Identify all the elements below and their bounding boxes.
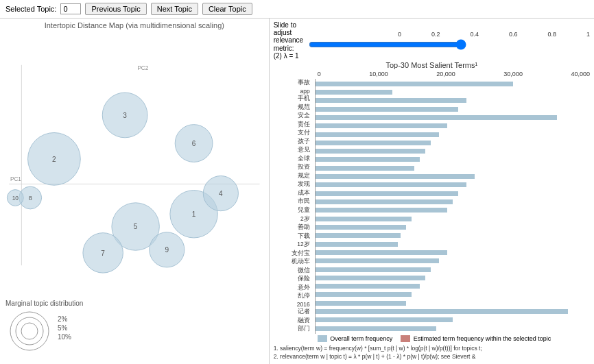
- marginal-svg: [5, 308, 54, 353]
- legend-label-2pct: 2%: [58, 315, 67, 323]
- bar-overall: [316, 267, 431, 272]
- chart-legend: Overall term frequency Estimated term fr…: [318, 335, 590, 343]
- term-label: 全球: [274, 155, 312, 163]
- term-label: 孩子: [274, 138, 312, 146]
- svg-point-5: [16, 317, 43, 345]
- bar-row: [316, 276, 590, 280]
- legend-topic: Estimated term frequency within the sele…: [401, 335, 551, 343]
- term-label: 手机: [274, 95, 312, 103]
- marginal-circles: [5, 308, 54, 353]
- term-label: 意外: [274, 284, 312, 292]
- bar-row: [316, 115, 590, 120]
- term-label: 下载: [274, 232, 312, 241]
- footnote-1: 1. saliency(term w) = frequency(w) * [su…: [274, 345, 590, 353]
- bar-row: [316, 217, 590, 221]
- term-label: 融资: [274, 317, 312, 325]
- term-label: 12岁: [274, 241, 312, 249]
- bar-overall: [316, 166, 414, 171]
- bar-row: [316, 141, 590, 145]
- bar-row: [316, 98, 590, 103]
- term-label: 意见: [274, 146, 312, 154]
- term-label: 微信: [274, 267, 312, 275]
- relevance-slider[interactable]: [309, 39, 466, 50]
- bar-row: [316, 250, 590, 255]
- bar-row: [316, 82, 590, 86]
- marginal-title: Marginal topic distribution: [5, 300, 266, 307]
- next-topic-button[interactable]: Next Topic: [151, 3, 198, 15]
- bar-overall: [316, 157, 420, 162]
- bar-row: [316, 309, 590, 314]
- bar-row: [316, 258, 590, 263]
- term-label: 部门: [274, 325, 312, 333]
- bar-row: [316, 326, 590, 331]
- legend-overall: Overall term frequency: [318, 335, 393, 343]
- bar-row: [316, 208, 590, 213]
- footnote-2: 2. relevance(term w | topic t) = λ * p(w…: [274, 353, 590, 361]
- bar-overall: [316, 208, 447, 213]
- bar-row: [316, 199, 590, 204]
- bar-overall: [316, 174, 475, 179]
- term-label: 投资: [274, 163, 312, 171]
- topic-label-7: 7: [101, 250, 105, 257]
- legend-row-2pct: 2%: [58, 315, 71, 323]
- mds-canvas: PC1 PC2 1 2 3 4 5: [3, 31, 266, 300]
- bar-overall: [316, 276, 425, 280]
- main-content: Intertopic Distance Map (via multidimens…: [0, 19, 594, 364]
- term-label: 支付宝: [274, 250, 312, 258]
- slider-label: Slide to adjust relevance: [274, 21, 303, 44]
- bar-overall: [316, 317, 453, 322]
- legend-label-5pct: 5%: [58, 324, 67, 332]
- topic-label-9: 9: [165, 246, 169, 254]
- term-label: 规范: [274, 104, 312, 112]
- bar-row: [316, 317, 590, 322]
- marginal-content: 2% 5% 10%: [3, 307, 266, 354]
- topic-label-5: 5: [134, 223, 138, 230]
- bar-row: [316, 233, 590, 238]
- bar-overall: [316, 141, 431, 145]
- chart-title: Top-30 Most Salient Terms¹: [274, 61, 590, 69]
- term-label: 2岁: [274, 215, 312, 223]
- topic-color-box: [401, 335, 410, 342]
- marginal-section: Marginal topic distribution 2% 5%: [3, 300, 266, 361]
- svg-text:PC2: PC2: [137, 65, 148, 71]
- bar-overall: [316, 132, 439, 137]
- bar-row: [316, 267, 590, 272]
- topic-input[interactable]: [60, 3, 81, 14]
- term-label: 支付: [274, 129, 312, 137]
- term-label: app: [274, 88, 312, 95]
- chart-area: 事故app手机规范安全责任支付孩子意见全球投资规定发现成本市民兒童2岁善助下载1…: [274, 79, 590, 334]
- metric-label: metric: (2) λ = 1: [274, 45, 303, 60]
- bar-row: [316, 284, 590, 289]
- bar-row: [316, 166, 590, 171]
- legend-row-10pct: 10%: [58, 333, 71, 341]
- bar-overall: [316, 90, 392, 95]
- bar-overall: [316, 250, 447, 255]
- bar-row: [316, 174, 590, 179]
- selected-topic-label: Selected Topic:: [5, 5, 56, 13]
- topic-label-1: 1: [192, 210, 196, 218]
- prev-topic-button[interactable]: Previous Topic: [85, 3, 146, 15]
- term-label: 乱停: [274, 292, 312, 300]
- topic-label-4: 4: [219, 190, 223, 197]
- topic-legend-label: Estimated term frequency within the sele…: [414, 335, 551, 342]
- term-label: 成本: [274, 189, 312, 197]
- bar-row: [316, 301, 590, 306]
- bar-row: [316, 292, 590, 297]
- term-label: 事故: [274, 79, 312, 87]
- bar-row: [316, 242, 590, 247]
- clear-topic-button[interactable]: Clear Topic: [202, 3, 252, 15]
- svg-point-6: [21, 323, 38, 339]
- left-panel: Intertopic Distance Map (via multidimens…: [0, 19, 270, 364]
- term-label: 善助: [274, 223, 312, 232]
- marginal-legend: 2% 5% 10%: [58, 308, 71, 341]
- overall-legend-label: Overall term frequency: [330, 335, 392, 342]
- term-label: 兒童: [274, 206, 312, 215]
- bar-overall: [316, 326, 436, 331]
- bar-overall: [316, 182, 466, 187]
- barchart-container: 事故app手机规范安全责任支付孩子意见全球投资规定发现成本市民兒童2岁善助下载1…: [274, 79, 590, 334]
- top-bar: Selected Topic: Previous Topic Next Topi…: [0, 0, 594, 19]
- bar-overall: [316, 242, 398, 247]
- topic-label-2: 2: [52, 156, 56, 163]
- topic-label-10: 10: [12, 195, 19, 202]
- svg-text:PC1: PC1: [10, 176, 21, 182]
